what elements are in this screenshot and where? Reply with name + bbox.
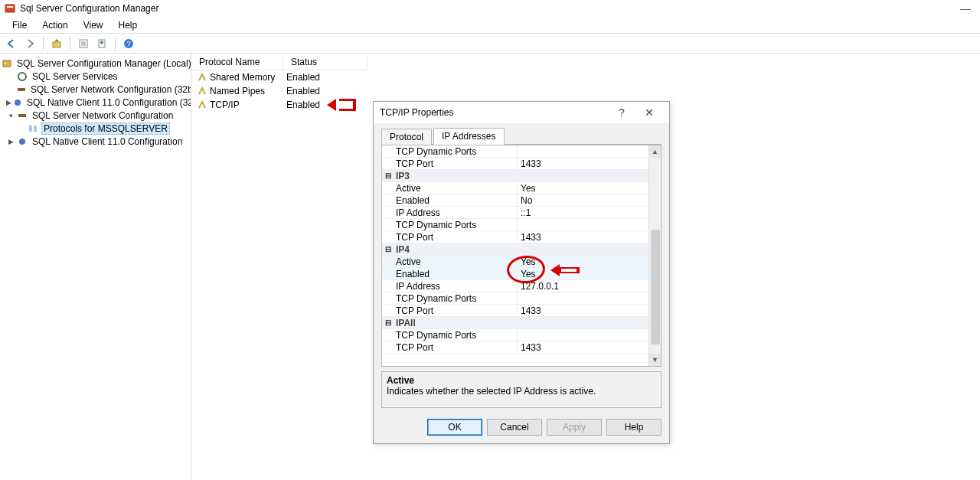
property-row[interactable]: ActiveYes [382, 256, 648, 268]
property-group-header[interactable]: ⊟IP4 [382, 243, 648, 256]
property-value[interactable]: 1433 [517, 305, 648, 316]
menu-file[interactable]: File [5, 18, 34, 32]
window-title: Sql Server Configuration Manager [20, 3, 956, 14]
collapse-icon[interactable]: ▾ [6, 111, 15, 120]
svg-rect-10 [3, 60, 11, 67]
forward-button[interactable] [21, 35, 38, 52]
apply-button[interactable]: Apply [547, 419, 602, 436]
property-value [517, 317, 648, 328]
svg-point-14 [15, 100, 21, 106]
list-row-named-pipes[interactable]: Named Pipes Enabled [191, 84, 980, 98]
scroll-up-button[interactable]: ▲ [649, 145, 661, 158]
svg-rect-1 [7, 6, 13, 8]
dialog-tabs: Protocol IP Addresses [381, 128, 662, 145]
dialog-help-button[interactable]: ? [608, 106, 635, 119]
menu-action[interactable]: Action [34, 18, 75, 32]
property-grid: TCP Dynamic PortsTCP Port1433⊟IP3ActiveY… [381, 145, 662, 367]
property-label: IP4 [394, 244, 517, 255]
property-value[interactable]: Yes [517, 268, 648, 279]
tree-pane: SQL Server Configuration Manager (Local)… [0, 54, 191, 480]
ok-button[interactable]: OK [427, 419, 482, 436]
property-value[interactable] [517, 219, 648, 230]
property-row[interactable]: TCP Dynamic Ports [382, 219, 648, 231]
help-button[interactable]: Help [606, 419, 662, 436]
minimize-button[interactable]: — [956, 2, 975, 15]
collapse-icon[interactable]: ⊟ [385, 171, 394, 180]
tab-ip-addresses[interactable]: IP Addresses [433, 128, 505, 145]
title-bar: Sql Server Configuration Manager — [0, 0, 980, 17]
property-row[interactable]: IP Address::1 [382, 207, 648, 219]
expand-icon[interactable]: ▶ [6, 98, 11, 107]
collapse-icon[interactable]: ⊟ [385, 245, 394, 253]
scroll-down-button[interactable]: ▼ [649, 354, 661, 366]
property-row[interactable]: TCP Port1433 [382, 341, 648, 354]
property-value [517, 243, 648, 255]
property-value[interactable]: Yes [517, 182, 648, 194]
tree-item-protocols[interactable]: Protocols for MSSQLSERVER [0, 122, 191, 135]
property-row[interactable]: EnabledNo [382, 194, 648, 207]
property-value[interactable]: Yes [517, 256, 648, 267]
property-row[interactable]: TCP Port1433 [382, 158, 648, 170]
property-row[interactable]: ActiveYes [382, 182, 648, 194]
tree-item-native[interactable]: ▶ SQL Native Client 11.0 Configuration [0, 135, 191, 148]
properties-button[interactable] [75, 35, 92, 52]
dialog-close-button[interactable]: ✕ [635, 106, 663, 119]
property-row[interactable]: IP Address127.0.0.1 [382, 280, 648, 292]
scroll-thumb[interactable] [651, 230, 660, 344]
column-status[interactable]: Status [283, 54, 368, 70]
description-text: Indicates whether the selected IP Addres… [387, 386, 656, 397]
column-protocol-name[interactable]: Protocol Name [191, 54, 283, 70]
export-button[interactable] [93, 35, 110, 52]
property-label: IP Address [394, 281, 517, 292]
property-row[interactable]: TCP Dynamic Ports [382, 145, 648, 158]
property-label: TCP Port [394, 305, 517, 316]
server-icon [2, 58, 12, 69]
up-button[interactable] [48, 35, 65, 52]
property-value[interactable] [517, 145, 648, 157]
property-value[interactable]: 1433 [517, 341, 648, 353]
back-button[interactable] [3, 35, 20, 52]
vertical-scrollbar[interactable]: ▲ ▼ [648, 145, 661, 366]
property-value[interactable] [517, 292, 648, 304]
list-row-shared-memory[interactable]: Shared Memory Enabled [191, 70, 980, 84]
dialog-title-bar[interactable]: TCP/IP Properties ? ✕ [374, 102, 669, 123]
expand-icon[interactable]: ▶ [6, 137, 15, 146]
tree-item-services[interactable]: SQL Server Services [0, 70, 191, 83]
menu-view[interactable]: View [76, 18, 111, 32]
property-group-header[interactable]: ⊟IPAll [382, 317, 648, 329]
protocol-icon [28, 123, 38, 134]
property-value[interactable]: 1433 [517, 231, 648, 243]
menu-bar: File Action View Help [0, 17, 980, 34]
tree-item-netconfig[interactable]: ▾ SQL Server Network Configuration [0, 109, 191, 122]
tcpip-properties-dialog: TCP/IP Properties ? ✕ Protocol IP Addres… [373, 101, 670, 444]
collapse-icon[interactable]: ⊟ [385, 318, 394, 327]
property-value[interactable]: 127.0.0.1 [517, 280, 648, 292]
property-label: IP3 [394, 171, 517, 181]
menu-help[interactable]: Help [111, 18, 145, 32]
property-row[interactable]: TCP Port1433 [382, 231, 648, 243]
property-value[interactable] [517, 329, 648, 341]
property-value[interactable]: No [517, 194, 648, 206]
property-value[interactable]: ::1 [517, 207, 648, 218]
property-row[interactable]: TCP Dynamic Ports [382, 292, 648, 305]
property-label: Enabled [394, 269, 517, 279]
property-group-header[interactable]: ⊟IP3 [382, 170, 648, 182]
toolbar-separator [115, 37, 116, 51]
help-button[interactable]: ? [120, 35, 137, 52]
svg-point-11 [5, 63, 6, 64]
cancel-button[interactable]: Cancel [487, 419, 542, 436]
protocol-icon [198, 100, 207, 109]
tree-item-netconfig32[interactable]: SQL Server Network Configuration (32bit [0, 83, 191, 96]
property-row[interactable]: TCP Dynamic Ports [382, 329, 648, 341]
property-value[interactable]: 1433 [517, 158, 648, 169]
tree-item-native32[interactable]: ▶ SQL Native Client 11.0 Configuration (… [0, 96, 191, 109]
property-row[interactable]: EnabledYes [382, 268, 648, 280]
toolbar-separator [70, 37, 70, 51]
tree-root[interactable]: SQL Server Configuration Manager (Local) [0, 57, 191, 70]
property-row[interactable]: TCP Port1433 [382, 305, 648, 317]
dialog-button-row: OK Cancel Apply Help [374, 416, 669, 443]
tab-protocol[interactable]: Protocol [381, 129, 432, 145]
description-box: Active Indicates whether the selected IP… [381, 371, 662, 408]
annotation-arrow-1 [325, 96, 356, 113]
svg-rect-2 [53, 42, 60, 47]
